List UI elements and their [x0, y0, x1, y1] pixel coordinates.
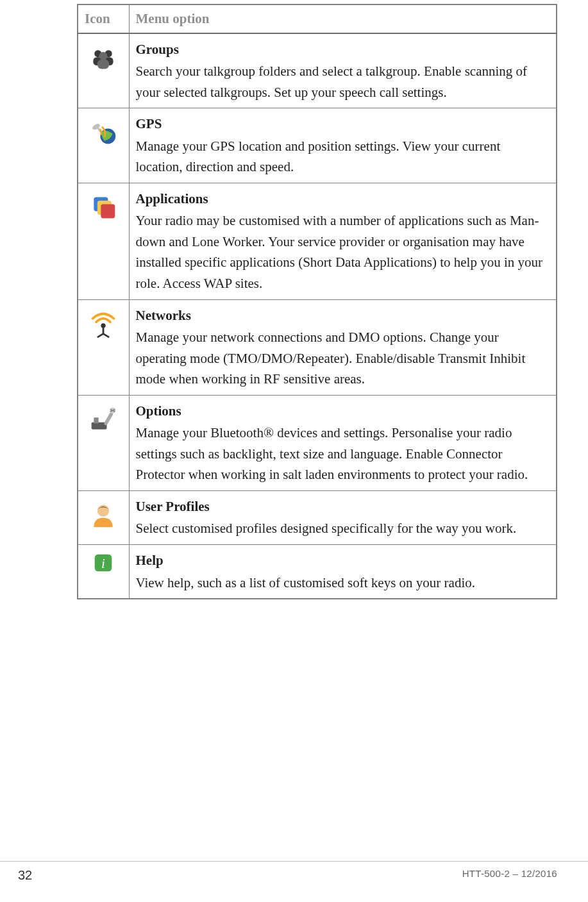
- networks-icon: [89, 310, 117, 338]
- row-desc: Search your talkgroup folders and select…: [136, 63, 528, 100]
- page-footer: 32 HTT-500-2 – 12/2016: [0, 861, 588, 883]
- row-title: Groups: [136, 39, 550, 60]
- row-title: User Profiles: [136, 496, 550, 517]
- table-row: Applications Your radio may be customise…: [78, 183, 557, 299]
- page-number: 32: [18, 868, 32, 883]
- row-desc: Your radio may be customised with a numb…: [136, 213, 543, 291]
- svg-rect-18: [104, 412, 114, 426]
- menu-options-table: Icon Menu option Groups Search y: [77, 4, 557, 599]
- svg-line-15: [103, 333, 109, 337]
- row-desc: View help, such as a list of customised …: [136, 575, 475, 590]
- row-desc: Manage your GPS location and position se…: [136, 138, 501, 175]
- row-title: Help: [136, 550, 550, 571]
- help-icon: i: [93, 553, 113, 573]
- row-title: Options: [136, 401, 550, 422]
- applications-icon: [89, 194, 117, 222]
- row-desc: Manage your network connections and DMO …: [136, 330, 526, 387]
- row-title: Networks: [136, 305, 550, 326]
- table-row: Networks Manage your network connections…: [78, 299, 557, 395]
- header-icon: Icon: [78, 4, 129, 33]
- svg-text:i: i: [101, 556, 105, 571]
- gps-icon: [89, 119, 117, 147]
- row-desc: Select customised profiles designed spec…: [136, 521, 517, 536]
- groups-icon: [89, 44, 117, 72]
- svg-rect-11: [101, 204, 115, 218]
- svg-rect-17: [94, 417, 99, 423]
- table-row: User Profiles Select customised profiles…: [78, 490, 557, 544]
- user-profiles-icon: [89, 501, 117, 530]
- table-row: GPS Manage your GPS location and positio…: [78, 108, 557, 183]
- svg-line-14: [97, 333, 103, 337]
- table-row: Options Manage your Bluetooth® devices a…: [78, 395, 557, 490]
- table-row: Groups Search your talkgroup folders and…: [78, 33, 557, 108]
- options-icon: [89, 406, 117, 434]
- svg-rect-5: [97, 59, 109, 69]
- row-title: GPS: [136, 113, 550, 135]
- svg-point-4: [99, 51, 108, 60]
- row-desc: Manage your Bluetooth® devices and setti…: [136, 425, 528, 482]
- row-title: Applications: [136, 188, 550, 210]
- header-menu-option: Menu option: [129, 4, 557, 33]
- document-id: HTT-500-2 – 12/2016: [462, 868, 557, 883]
- table-row: i Help View help, such as a list of cust…: [78, 545, 557, 599]
